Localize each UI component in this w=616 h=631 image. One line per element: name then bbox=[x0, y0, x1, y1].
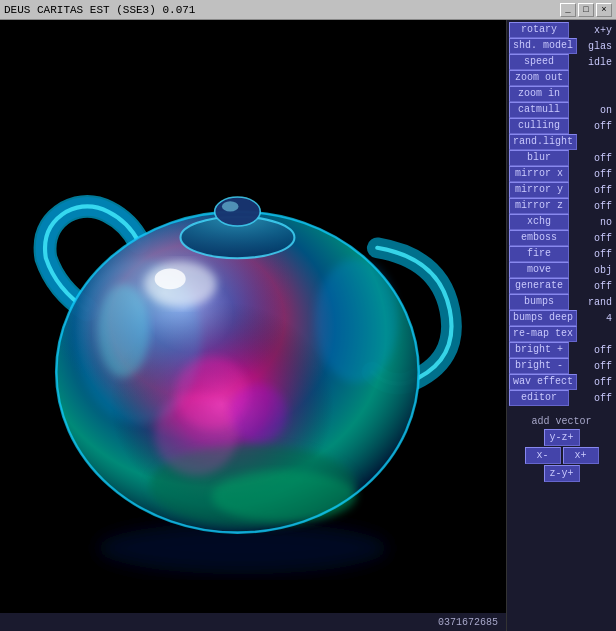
control-button-wav-effect[interactable]: wav effect bbox=[509, 374, 577, 390]
control-row: bumps deep4 bbox=[509, 310, 614, 326]
control-row: bluroff bbox=[509, 150, 614, 166]
control-value: off bbox=[594, 361, 614, 372]
control-button-blur[interactable]: blur bbox=[509, 150, 569, 166]
minimize-button[interactable]: _ bbox=[560, 3, 576, 17]
control-row: re-map tex bbox=[509, 326, 614, 342]
control-row: speedidle bbox=[509, 54, 614, 70]
main-area: 0371672685 rotaryx+yshd. modelglasspeedi… bbox=[0, 20, 616, 631]
control-button-mirror-y[interactable]: mirror y bbox=[509, 182, 569, 198]
control-button-zoom-in[interactable]: zoom in bbox=[509, 86, 569, 102]
control-value: x+y bbox=[594, 25, 614, 36]
control-button-zoom-out[interactable]: zoom out bbox=[509, 70, 569, 86]
vector-xplus-button[interactable]: x+ bbox=[563, 447, 599, 464]
control-value: glas bbox=[588, 41, 614, 52]
viewport: 0371672685 bbox=[0, 20, 506, 631]
control-row: moveobj bbox=[509, 262, 614, 278]
control-value: off bbox=[594, 249, 614, 260]
control-button-rand-light[interactable]: rand.light bbox=[509, 134, 577, 150]
control-button-editor[interactable]: editor bbox=[509, 390, 569, 406]
control-value: on bbox=[600, 105, 614, 116]
control-row: cullingoff bbox=[509, 118, 614, 134]
control-row: fireoff bbox=[509, 246, 614, 262]
control-row: bright +off bbox=[509, 342, 614, 358]
window-title: DEUS CARITAS EST (SSE3) 0.071 bbox=[4, 4, 195, 16]
maximize-button[interactable]: □ bbox=[578, 3, 594, 17]
vector-row-3: z-y+ bbox=[509, 465, 614, 482]
control-button-mirror-z[interactable]: mirror z bbox=[509, 198, 569, 214]
control-value: obj bbox=[594, 265, 614, 276]
svg-point-20 bbox=[222, 201, 239, 211]
teapot-render bbox=[0, 20, 506, 631]
control-row: catmullon bbox=[509, 102, 614, 118]
vector-label: add vector bbox=[509, 415, 614, 428]
control-value: off bbox=[594, 345, 614, 356]
control-value: 4 bbox=[606, 313, 614, 324]
control-button-bumps-deep[interactable]: bumps deep bbox=[509, 310, 577, 326]
control-value: no bbox=[600, 217, 614, 228]
control-value: off bbox=[594, 377, 614, 388]
section-gap bbox=[509, 407, 614, 410]
control-row: editoroff bbox=[509, 390, 614, 406]
control-value: off bbox=[594, 281, 614, 292]
svg-point-11 bbox=[212, 470, 357, 522]
control-value: idle bbox=[588, 57, 614, 68]
control-button-mirror-x[interactable]: mirror x bbox=[509, 166, 569, 182]
svg-point-9 bbox=[155, 269, 186, 290]
control-value: off bbox=[594, 121, 614, 132]
svg-point-22 bbox=[229, 385, 287, 443]
control-button-emboss[interactable]: emboss bbox=[509, 230, 569, 246]
control-value: off bbox=[594, 201, 614, 212]
control-row: mirror zoff bbox=[509, 198, 614, 214]
control-button-bright--[interactable]: bright - bbox=[509, 358, 569, 374]
control-button-shd--model[interactable]: shd. model bbox=[509, 38, 577, 54]
control-button-rotary[interactable]: rotary bbox=[509, 22, 569, 38]
control-row: xchgno bbox=[509, 214, 614, 230]
vector-zyplus-button[interactable]: z-y+ bbox=[544, 465, 580, 482]
control-row: rand.light bbox=[509, 134, 614, 150]
control-row: mirror xoff bbox=[509, 166, 614, 182]
control-value: off bbox=[594, 185, 614, 196]
vector-yzplus-button[interactable]: y-z+ bbox=[544, 429, 580, 446]
control-button-bright--[interactable]: bright + bbox=[509, 342, 569, 358]
status-text: 0371672685 bbox=[438, 617, 498, 628]
close-button[interactable]: × bbox=[596, 3, 612, 17]
titlebar: DEUS CARITAS EST (SSE3) 0.071 _ □ × bbox=[0, 0, 616, 20]
control-value: off bbox=[594, 393, 614, 404]
control-button-catmull[interactable]: catmull bbox=[509, 102, 569, 118]
control-value: off bbox=[594, 153, 614, 164]
vector-row-2: x- x+ bbox=[509, 447, 614, 464]
control-button-xchg[interactable]: xchg bbox=[509, 214, 569, 230]
control-row: generateoff bbox=[509, 278, 614, 294]
right-panel: rotaryx+yshd. modelglasspeedidlezoom out… bbox=[506, 20, 616, 631]
window-controls: _ □ × bbox=[560, 3, 612, 17]
control-row: wav effectoff bbox=[509, 374, 614, 390]
control-row: rotaryx+y bbox=[509, 22, 614, 38]
control-value: off bbox=[594, 233, 614, 244]
control-button-bumps[interactable]: bumps bbox=[509, 294, 569, 310]
control-row: mirror yoff bbox=[509, 182, 614, 198]
control-value: off bbox=[594, 169, 614, 180]
control-row: bumpsrand bbox=[509, 294, 614, 310]
control-button-generate[interactable]: generate bbox=[509, 278, 569, 294]
control-row: bright -off bbox=[509, 358, 614, 374]
control-button-move[interactable]: move bbox=[509, 262, 569, 278]
vector-row-1: y-z+ bbox=[509, 429, 614, 446]
control-row: zoom out bbox=[509, 70, 614, 86]
control-button-re-map-tex[interactable]: re-map tex bbox=[509, 326, 577, 342]
svg-point-23 bbox=[155, 393, 238, 476]
statusbar: 0371672685 bbox=[0, 613, 506, 631]
control-row: shd. modelglas bbox=[509, 38, 614, 54]
controls-list: rotaryx+yshd. modelglasspeedidlezoom out… bbox=[509, 22, 614, 406]
control-row: embossoff bbox=[509, 230, 614, 246]
control-button-culling[interactable]: culling bbox=[509, 118, 569, 134]
control-button-speed[interactable]: speed bbox=[509, 54, 569, 70]
control-value: rand bbox=[588, 297, 614, 308]
vector-section: add vector y-z+ x- x+ z-y+ bbox=[509, 415, 614, 483]
control-button-fire[interactable]: fire bbox=[509, 246, 569, 262]
control-row: zoom in bbox=[509, 86, 614, 102]
vector-xminus-button[interactable]: x- bbox=[525, 447, 561, 464]
